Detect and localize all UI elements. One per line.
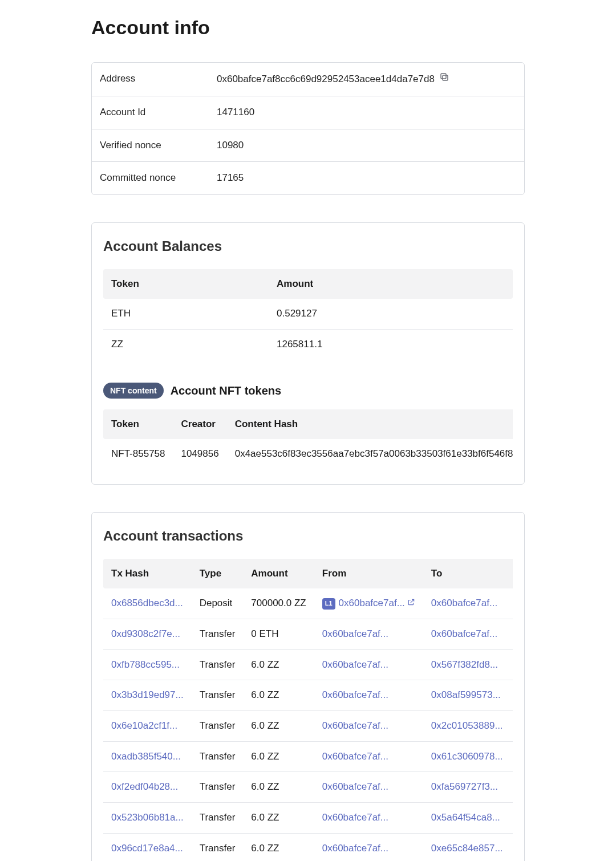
label-verified-nonce: Verified nonce xyxy=(92,129,209,162)
tx-amount: 6.0 ZZ xyxy=(243,802,314,833)
label-account-id: Account Id xyxy=(92,96,209,129)
tx-from-link[interactable]: 0x60bafce7af... xyxy=(322,812,388,823)
tx-amount: 0 ETH xyxy=(243,619,314,650)
nft-table-scroll[interactable]: Token Creator Content Hash NFT-855758104… xyxy=(103,409,513,469)
transactions-table-scroll[interactable]: Tx Hash Type Amount From To Created 0x68… xyxy=(103,559,513,861)
external-link-icon xyxy=(407,598,415,608)
tx-row: 0x6e10a2cf1f...Transfer6.0 ZZ0x60bafce7a… xyxy=(103,711,513,742)
tx-created: 35 minutes ago xyxy=(512,619,513,650)
tx-created: 35 minutes ago xyxy=(512,833,513,861)
tx-created: 35 minutes ago xyxy=(512,741,513,772)
copy-icon[interactable] xyxy=(439,72,449,87)
label-address: Address xyxy=(92,63,209,96)
tx-created: 5 minutes ago xyxy=(512,588,513,619)
tx-head-type: Type xyxy=(192,559,244,589)
tx-type: Transfer xyxy=(192,680,244,711)
tx-type: Transfer xyxy=(192,772,244,803)
tx-type: Transfer xyxy=(192,833,244,861)
tx-from-link[interactable]: 0x60bafce7af... xyxy=(339,598,405,608)
tx-type: Transfer xyxy=(192,741,244,772)
tx-type: Transfer xyxy=(192,649,244,680)
tx-amount: 6.0 ZZ xyxy=(243,649,314,680)
l1-chip: L1 xyxy=(322,598,335,610)
balances-row: ETH0.529127 xyxy=(103,299,513,330)
tx-hash-link[interactable]: 0xd9308c2f7e... xyxy=(111,628,180,639)
tx-created: 35 minutes ago xyxy=(512,649,513,680)
tx-amount: 6.0 ZZ xyxy=(243,772,314,803)
tx-to-link[interactable]: 0x61c3060978... xyxy=(431,751,503,762)
tx-amount: 6.0 ZZ xyxy=(243,833,314,861)
label-committed-nonce: Committed nonce xyxy=(92,162,209,194)
transactions-table: Tx Hash Type Amount From To Created 0x68… xyxy=(103,559,513,861)
nft-token: NFT-855758 xyxy=(103,439,173,469)
tx-created: 35 minutes ago xyxy=(512,802,513,833)
value-account-id: 1471160 xyxy=(209,96,524,129)
tx-to-link[interactable]: 0xfa569727f3... xyxy=(431,781,498,792)
transactions-title: Account transactions xyxy=(103,526,513,546)
nft-head-token: Token xyxy=(103,409,173,440)
nft-row: NFT-85575810498560x4ae553c6f83ec3556aa7e… xyxy=(103,439,513,469)
tx-row: 0x96cd17e8a4...Transfer6.0 ZZ0x60bafce7a… xyxy=(103,833,513,861)
tx-hash-link[interactable]: 0xfb788cc595... xyxy=(111,659,180,670)
tx-hash-link[interactable]: 0x96cd17e8a4... xyxy=(111,843,183,854)
tx-type: Transfer xyxy=(192,619,244,650)
value-verified-nonce: 10980 xyxy=(209,129,524,162)
tx-to-link[interactable]: 0x2c01053889... xyxy=(431,720,503,731)
tx-from-link[interactable]: 0x60bafce7af... xyxy=(322,720,388,731)
tx-head-hash: Tx Hash xyxy=(103,559,192,589)
tx-to-link[interactable]: 0x60bafce7af... xyxy=(431,628,497,639)
tx-head-from: From xyxy=(314,559,423,589)
tx-hash-link[interactable]: 0xadb385f540... xyxy=(111,751,181,762)
nft-title: Account NFT tokens xyxy=(171,383,281,399)
tx-to-link[interactable]: 0x567f382fd8... xyxy=(431,659,498,670)
tx-hash-link[interactable]: 0x3b3d19ed97... xyxy=(111,689,184,700)
tx-created: 35 minutes ago xyxy=(512,680,513,711)
tx-row: 0xadb385f540...Transfer6.0 ZZ0x60bafce7a… xyxy=(103,741,513,772)
tx-to-link[interactable]: 0x08af599573... xyxy=(431,689,501,700)
tx-head-amount: Amount xyxy=(243,559,314,589)
tx-row: 0xf2edf04b28...Transfer6.0 ZZ0x60bafce7a… xyxy=(103,772,513,803)
tx-amount: 6.0 ZZ xyxy=(243,680,314,711)
balances-panel: Account Balances Token Amount ETH0.52912… xyxy=(91,222,525,485)
balance-amount: 1265811.1 xyxy=(277,338,505,352)
balances-row: ZZ1265811.1 xyxy=(103,330,513,360)
tx-type: Transfer xyxy=(192,711,244,742)
tx-to-link[interactable]: 0x60bafce7af... xyxy=(431,598,497,608)
balance-token: ZZ xyxy=(111,338,277,352)
nft-hash: 0x4ae553c6f83ec3556aa7ebc3f57a0063b33503… xyxy=(227,439,513,469)
tx-hash-link[interactable]: 0xf2edf04b28... xyxy=(111,781,178,792)
tx-head-created: Created xyxy=(512,559,513,589)
tx-head-to: To xyxy=(423,559,512,589)
account-info-table: Address 0x60bafce7af8cc6c69d92952453acee… xyxy=(91,62,525,195)
tx-hash-link[interactable]: 0x523b06b81a... xyxy=(111,812,184,823)
tx-row: 0xd9308c2f7e...Transfer0 ETH0x60bafce7af… xyxy=(103,619,513,650)
tx-from-link[interactable]: 0x60bafce7af... xyxy=(322,843,388,854)
tx-amount: 6.0 ZZ xyxy=(243,711,314,742)
nft-content-badge: NFT content xyxy=(103,383,164,399)
tx-row: 0xfb788cc595...Transfer6.0 ZZ0x60bafce7a… xyxy=(103,649,513,680)
tx-from-link[interactable]: 0x60bafce7af... xyxy=(322,781,388,792)
tx-from-link[interactable]: 0x60bafce7af... xyxy=(322,628,388,639)
svg-rect-0 xyxy=(443,75,448,80)
svg-rect-1 xyxy=(441,74,446,79)
tx-type: Deposit xyxy=(192,588,244,619)
balances-head-token: Token xyxy=(111,277,277,291)
tx-hash-link[interactable]: 0x6e10a2cf1f... xyxy=(111,720,177,731)
value-committed-nonce: 17165 xyxy=(209,162,524,194)
tx-to-link[interactable]: 0xe65c84e857... xyxy=(431,843,503,854)
tx-from-link[interactable]: 0x60bafce7af... xyxy=(322,751,388,762)
balance-amount: 0.529127 xyxy=(277,307,505,321)
nft-table: Token Creator Content Hash NFT-855758104… xyxy=(103,409,513,469)
balances-head-amount: Amount xyxy=(277,277,505,291)
tx-amount: 700000.0 ZZ xyxy=(243,588,314,619)
balance-token: ETH xyxy=(111,307,277,321)
tx-from-link[interactable]: 0x60bafce7af... xyxy=(322,659,388,670)
nft-head-hash: Content Hash xyxy=(227,409,513,440)
tx-row: 0x523b06b81a...Transfer6.0 ZZ0x60bafce7a… xyxy=(103,802,513,833)
value-address: 0x60bafce7af8cc6c69d92952453acee1d4da7e7… xyxy=(217,72,435,87)
tx-to-link[interactable]: 0x5a64f54ca8... xyxy=(431,812,500,823)
tx-row: 0x6856dbec3d...Deposit700000.0 ZZL10x60b… xyxy=(103,588,513,619)
tx-hash-link[interactable]: 0x6856dbec3d... xyxy=(111,598,183,608)
nft-creator: 1049856 xyxy=(173,439,227,469)
tx-from-link[interactable]: 0x60bafce7af... xyxy=(322,689,388,700)
